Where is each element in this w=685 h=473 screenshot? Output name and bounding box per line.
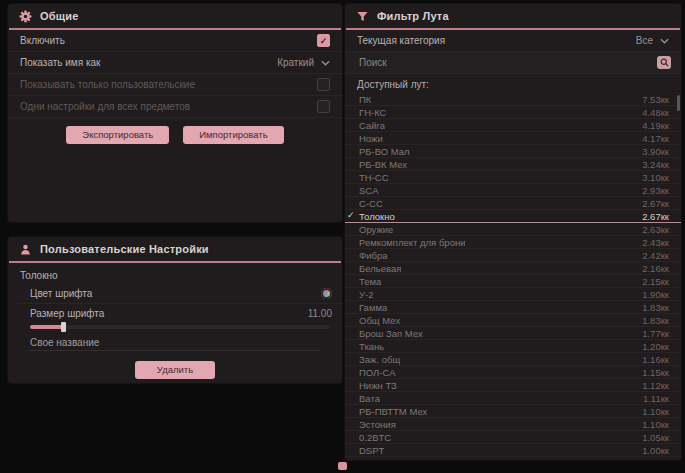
show-name-label: Показать имя как [20,57,100,68]
font-color-row: Цвет шрифта [18,284,342,304]
funnel-icon [356,10,369,23]
loot-row[interactable]: Бельевая2.16кк [345,262,681,275]
loot-item-name: ГН-КС [359,107,386,118]
loot-row[interactable]: РБ-ВО Мал3.90кк [345,145,681,158]
loot-item-name: ПОЛ-СА [359,367,396,378]
enable-row: Включить ✓ [8,30,342,52]
export-button[interactable]: Экспортировать [66,126,169,144]
font-size-label: Размер шрифта [30,308,104,319]
loot-item-name: Тема [359,276,381,287]
loot-item-value: 1.77кк [642,328,669,339]
category-row: Текущая категория Все [345,30,681,52]
loot-row[interactable]: Нижн ТЗ1.12кк [345,379,681,392]
category-dropdown[interactable]: Все [636,35,669,46]
same-settings-label: Одни настройки для всех предметов [20,101,190,112]
slider-handle[interactable] [61,322,66,332]
loot-row[interactable]: ГН-КС4.48кк [345,106,681,119]
loot-item-name: ТН-СС [359,172,389,183]
enable-checkbox[interactable]: ✓ [317,34,330,47]
custom-settings-header: Пользовательские Настройки [8,237,342,261]
loot-item-value: 2.16кк [642,263,669,274]
loot-row[interactable]: SCA2.93кк [345,184,681,197]
loot-row[interactable]: ПК7.53кк [345,93,681,106]
loot-row[interactable]: Ножи4.17кк [345,132,681,145]
selected-item-name: Толокно [8,263,342,284]
loot-item-value: 1.83кк [642,315,669,326]
loot-row[interactable]: Общ Мех1.83кк [345,314,681,327]
import-button[interactable]: Импортировать [183,126,283,144]
custom-settings-title: Пользовательские Настройки [40,243,209,255]
loot-item-value: 1.90кк [642,289,669,300]
loot-item-value: 3.10кк [642,172,669,183]
person-icon [19,243,32,256]
loot-item-name: Толокно [359,211,395,222]
filter-panel-title: Фильтр Лута [377,10,449,22]
loot-row[interactable]: 0.2BTC1.05кк [345,431,681,444]
loot-row[interactable]: Тема2.15кк [345,275,681,288]
selected-check-icon: ✓ [347,210,355,220]
gear-icon [19,10,32,23]
filter-header: Фильтр Лута [345,4,681,28]
loot-list-scrollbar-thumb[interactable] [677,95,680,111]
available-loot-label: Доступный лут: [345,74,681,93]
loot-row[interactable]: РБ-ВК Мех3.24кк [345,158,681,171]
delete-button[interactable]: Удалить [135,361,215,379]
search-icon[interactable] [657,56,671,69]
general-panel-title: Общие [40,10,79,22]
loot-item-value: 1.20кк [642,341,669,352]
loot-item-name: DSPT [359,445,384,456]
loot-item-value: 4.48кк [642,107,669,118]
loot-item-name: РБ-ВО Мал [359,146,410,157]
only-custom-label: Показывать только пользовательские [20,79,195,90]
loot-row[interactable]: РБ-ПВТТМ Мех1.10кк [345,405,681,418]
loot-item-name: Заж. общ [359,354,400,365]
loot-item-value: 3.90кк [642,146,669,157]
loot-item-value: 2.15кк [642,276,669,287]
font-size-row: Размер шрифта 11.00 [18,304,342,323]
color-wheel-icon[interactable] [321,288,332,299]
loot-item-value: 1.10кк [642,419,669,430]
only-custom-checkbox[interactable] [317,78,330,91]
loot-item-name: Эстония [359,419,396,430]
general-panel: Общие Включить ✓ Показать имя как Кратки… [8,4,342,222]
loot-row[interactable]: Брош Зап Мех1.77кк [345,327,681,340]
general-buttons: Экспортировать Импортировать [8,118,342,144]
loot-item-value: 4.17кк [642,133,669,144]
loot-row[interactable]: Гамма1.83кк [345,301,681,314]
loot-item-name: Фибра [359,250,388,261]
loot-item-value: 2.67кк [642,211,669,222]
loot-row[interactable]: Ткань1.20кк [345,340,681,353]
loot-item-value: 1.16кк [642,354,669,365]
show-name-value: Краткий [277,57,314,68]
custom-name-input[interactable] [30,335,320,351]
loot-row[interactable]: Сайга4.19кк [345,119,681,132]
loot-row[interactable]: ✓Толокно2.67кк [345,210,681,223]
loot-item-name: Сайга [359,120,385,131]
loot-row[interactable]: Эстония1.10кк [345,418,681,431]
category-label: Текущая категория [357,35,445,46]
show-name-dropdown[interactable]: Краткий [277,57,330,68]
loot-row[interactable]: С-СС2.67кк [345,197,681,210]
loot-item-name: 0.2BTC [359,432,391,443]
loot-row[interactable]: У-21.90кк [345,288,681,301]
loot-item-value: 2.93кк [642,185,669,196]
only-custom-row: Показывать только пользовательские [8,74,342,96]
loot-row[interactable]: Заж. общ1.16кк [345,353,681,366]
slider-fill [30,325,63,329]
loot-row[interactable]: DSPT1.00кк [345,444,681,457]
search-input[interactable] [357,56,657,69]
loot-row[interactable]: ТН-СС3.10кк [345,171,681,184]
loot-row[interactable]: Оружие2.63кк [345,223,681,236]
font-size-slider[interactable] [30,325,330,329]
loot-row[interactable]: Фибра2.42кк [345,249,681,262]
custom-settings-panel: Пользовательские Настройки Толокно Цвет … [8,237,342,383]
loot-item-name: Нижн ТЗ [359,380,397,391]
loot-row[interactable]: Ремкомплект для брони2.43кк [345,236,681,249]
loot-item-name: РБ-ВК Мех [359,159,407,170]
loot-row[interactable]: Вата1.11кк [345,392,681,405]
loot-item-name: Брош Зап Мех [359,328,423,339]
overlay-drag-handle[interactable] [338,462,347,470]
loot-item-name: ПК [359,94,371,105]
loot-row[interactable]: ПОЛ-СА1.15кк [345,366,681,379]
same-settings-checkbox[interactable] [317,100,330,113]
